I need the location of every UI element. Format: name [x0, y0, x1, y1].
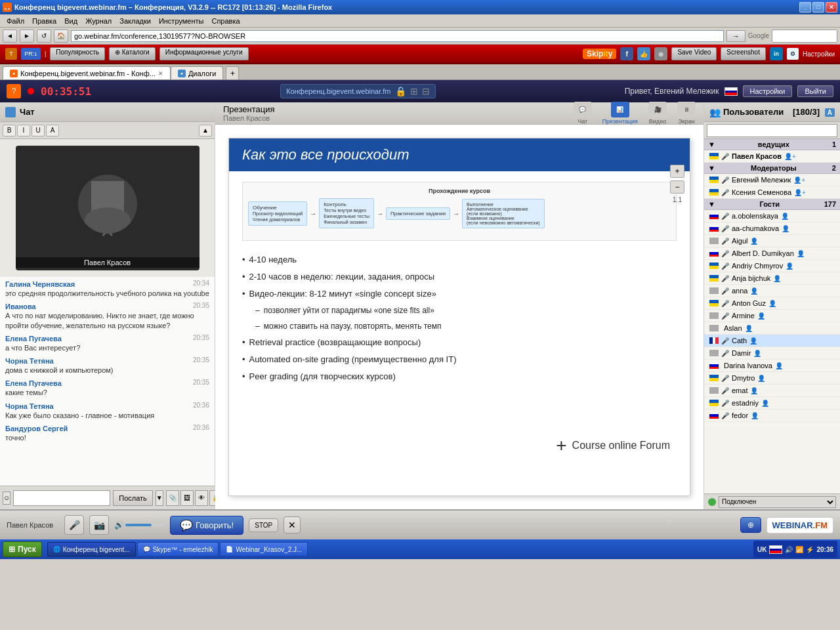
volume-slider[interactable] — [125, 524, 165, 526]
stop-button[interactable]: STOP — [249, 518, 278, 532]
guest-action-5[interactable]: 👤 — [773, 275, 781, 282]
menu-view[interactable]: Вид — [60, 16, 81, 26]
camera-button[interactable]: 📷 — [89, 515, 109, 535]
guest-action-8[interactable]: 👤 — [757, 312, 765, 320]
guest-action-2[interactable]: 👤 — [750, 238, 758, 245]
mod-user-0[interactable]: 🎤 Евгений Мележик 👤+ — [704, 174, 840, 186]
guest-action-13[interactable]: 👤 — [757, 375, 765, 382]
emoji-btn[interactable]: ☺ — [3, 492, 10, 505]
host-user-0[interactable]: 🎤 Павел Красов 👤+ — [704, 150, 840, 163]
guest-user-13[interactable]: 🎤 Dmytro 👤 — [704, 372, 840, 385]
close-speak-btn[interactable]: ✕ — [284, 516, 301, 534]
logout-button[interactable]: Выйти — [797, 85, 833, 97]
popularity-btn[interactable]: Популярность — [50, 47, 105, 60]
mod-action-1[interactable]: 👤+ — [794, 189, 806, 196]
reload-button[interactable]: ↺ — [37, 30, 51, 43]
pres-tool-screen[interactable]: 🖥 Экран — [677, 102, 696, 125]
guest-action-7[interactable]: 👤 — [768, 300, 776, 307]
guests-section[interactable]: ▼ Гости 177 — [704, 199, 840, 210]
guest-action-11[interactable]: 👤 — [753, 350, 761, 357]
chat-image-btn[interactable]: 🖼 — [180, 490, 194, 506]
tab-dialogs[interactable]: ● Диалоги — [171, 66, 224, 79]
send-button[interactable]: Послать — [113, 490, 153, 506]
speak-button[interactable]: 💬 Говорить! — [170, 516, 243, 535]
save-video-btn[interactable]: Save Video — [671, 47, 717, 60]
share-icon2[interactable]: ⊕ — [654, 47, 667, 60]
chat-scroll-up[interactable]: ▲ — [199, 125, 212, 136]
guest-action-1[interactable]: 👤 — [782, 225, 789, 232]
moderators-section[interactable]: ▼ Модераторы 2 — [704, 163, 840, 174]
guest-user-15[interactable]: 🎤 estadniy 👤 — [704, 397, 840, 410]
guest-user-12[interactable]: Darina Ivanova 👤 — [704, 360, 840, 372]
hosts-section[interactable]: ▼ ведущих 1 — [704, 139, 840, 150]
chat-tool-underline[interactable]: U — [32, 125, 45, 136]
guest-action-3[interactable]: 👤 — [797, 250, 805, 257]
users-search-input[interactable] — [707, 124, 837, 137]
taskbar-item-1[interactable]: 💬 Skype™ - emelezhik — [137, 542, 219, 556]
guest-user-7[interactable]: 🎤 Anton Guz 👤 — [704, 297, 840, 310]
catalogs-btn[interactable]: ⊕ Каталоги — [109, 47, 156, 60]
chat-attach-btn[interactable]: 📎 — [166, 490, 179, 506]
font-btn[interactable]: A — [825, 108, 835, 117]
guest-user-10[interactable]: 🎤 Cath 👤 — [704, 335, 840, 347]
guest-user-0[interactable]: 🎤 a.obolenskaya 👤 — [704, 210, 840, 222]
chat-text-input[interactable] — [13, 490, 110, 506]
screenshot-btn[interactable]: Screenshot — [721, 47, 766, 60]
google-search-input[interactable] — [772, 30, 837, 43]
guest-action-6[interactable]: 👤 — [750, 287, 758, 295]
guest-user-4[interactable]: 🎤 Andriy Chmyrov 👤 — [704, 260, 840, 272]
menu-edit[interactable]: Правка — [28, 16, 60, 26]
guest-user-14[interactable]: 🎤 emat 👤 — [704, 385, 840, 397]
guest-user-8[interactable]: 🎤 Armine 👤 — [704, 310, 840, 322]
zoom-in-button[interactable]: + — [670, 165, 684, 178]
guest-action-16[interactable]: 👤 — [751, 412, 759, 419]
start-button[interactable]: ⊞ Пуск — [3, 541, 42, 557]
pres-tool-chat[interactable]: 💬 Чат — [574, 102, 592, 125]
chat-tool-font[interactable]: A — [46, 125, 59, 136]
guest-action-12[interactable]: 👤 — [775, 362, 783, 369]
guest-action-9[interactable]: 👤 — [745, 325, 753, 332]
menu-journal[interactable]: Журнал — [81, 16, 116, 26]
share-button[interactable]: ⊕ — [740, 517, 761, 533]
chat-messages[interactable]: Галина Чернявская 20:34 это средняя прод… — [0, 277, 215, 486]
mod-user-1[interactable]: 🎤 Ксения Семенова 👤+ — [704, 186, 840, 199]
zoom-out-button[interactable]: − — [670, 180, 684, 194]
guest-user-16[interactable]: 🎤 fedor 👤 — [704, 410, 840, 422]
guest-user-9[interactable]: Aslan 👤 — [704, 322, 840, 335]
pres-tool-video[interactable]: 🎥 Видео — [648, 102, 667, 125]
guest-user-2[interactable]: 🎤 Aigul 👤 — [704, 235, 840, 247]
settings-button[interactable]: Настройки — [743, 85, 793, 97]
like-icon[interactable]: 👍 — [637, 47, 650, 60]
host-action-0[interactable]: 👤+ — [784, 153, 796, 160]
chat-tool-italic[interactable]: I — [17, 125, 30, 136]
guest-action-0[interactable]: 👤 — [781, 213, 789, 220]
guest-action-4[interactable]: 👤 — [786, 262, 793, 270]
maximize-button[interactable]: □ — [812, 2, 824, 12]
new-tab-button[interactable]: + — [226, 66, 239, 79]
mic-button[interactable]: 🎤 — [64, 515, 84, 535]
guest-action-15[interactable]: 👤 — [761, 400, 769, 407]
tab-close-1[interactable]: ✕ — [158, 70, 163, 77]
menu-file[interactable]: Файл — [3, 16, 28, 26]
home-button[interactable]: 🏠 — [54, 30, 68, 43]
taskbar-item-2[interactable]: 📄 Webinar_Krasov_2.J... — [220, 542, 308, 556]
menu-tools[interactable]: Инструменты — [155, 16, 208, 26]
settings-label-toolbar[interactable]: Настройки — [803, 51, 835, 58]
guest-user-11[interactable]: 🎤 Damir 👤 — [704, 347, 840, 360]
chat-tool-bold[interactable]: B — [3, 125, 16, 136]
close-button[interactable]: ✕ — [826, 2, 837, 12]
guest-user-6[interactable]: 🎤 anna 👤 — [704, 285, 840, 297]
facebook-icon[interactable]: f — [620, 47, 633, 60]
guest-user-3[interactable]: 🎤 Albert D. Dumikyan 👤 — [704, 247, 840, 260]
connection-status-select[interactable]: Подключен — [719, 496, 836, 508]
guest-user-5[interactable]: 🎤 Anja bijchuk 👤 — [704, 272, 840, 285]
mod-action-0[interactable]: 👤+ — [793, 177, 805, 184]
guest-user-1[interactable]: 🎤 aa-chumakova 👤 — [704, 222, 840, 235]
menu-bookmarks[interactable]: Закладки — [116, 16, 155, 26]
pres-tool-presentation[interactable]: 📊 Презентация — [602, 102, 638, 125]
guest-action-10[interactable]: 👤 — [749, 337, 757, 345]
address-input[interactable] — [71, 30, 724, 42]
menu-help[interactable]: Справка — [207, 16, 243, 26]
settings-icon-toolbar[interactable]: ⚙ — [787, 48, 799, 60]
taskbar-item-0[interactable]: 🌐 Конференц bigevent... — [47, 542, 136, 556]
